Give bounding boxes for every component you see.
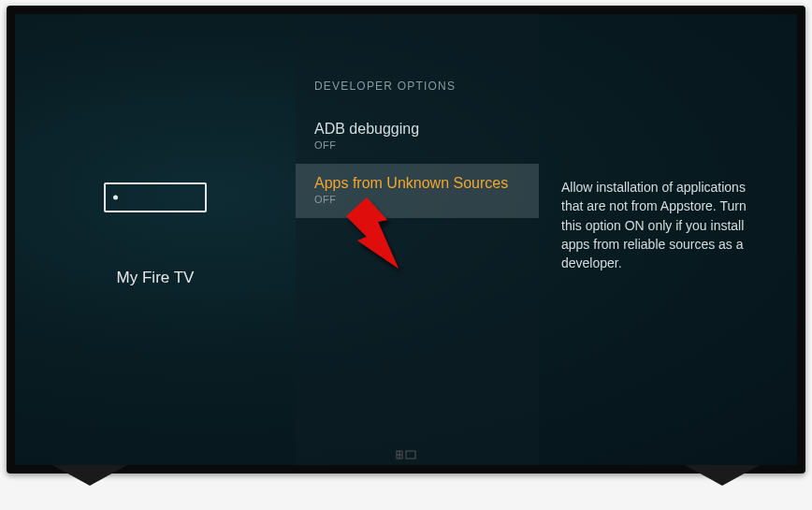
options-list: DEVELOPER OPTIONS ADB debugging OFF Apps… [296,14,539,465]
option-title: ADB debugging [314,121,520,138]
device-label: My Fire TV [117,269,195,287]
help-pane: Allow installation of applications that … [539,14,797,465]
option-adb-debugging[interactable]: ADB debugging OFF [296,109,539,164]
svg-rect-4 [406,451,415,459]
left-pane: My Fire TV [15,14,296,465]
tv-stand [685,465,760,493]
screen: My Fire TV DEVELOPER OPTIONS ADB debuggi… [15,14,797,465]
option-status: OFF [314,139,520,151]
section-header: DEVELOPER OPTIONS [296,80,539,109]
option-title: Apps from Unknown Sources [314,175,520,192]
help-text: Allow installation of applications that … [561,178,769,272]
option-status: OFF [314,194,520,205]
tv-brand-logo-icon [395,450,417,459]
tv-frame: My Fire TV DEVELOPER OPTIONS ADB debuggi… [7,6,805,474]
firetv-stick-icon [104,182,207,212]
option-apps-unknown-sources[interactable]: Apps from Unknown Sources OFF [296,164,539,218]
tv-stand [52,465,127,493]
